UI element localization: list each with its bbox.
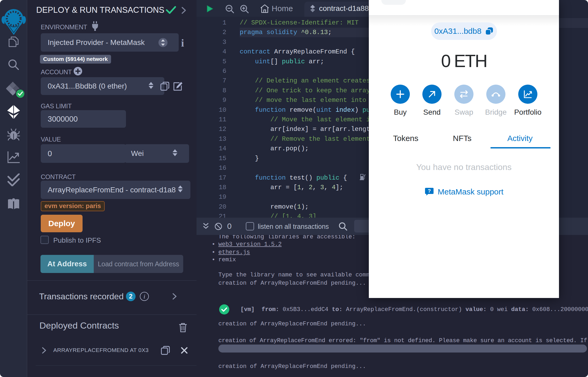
svg-text:?: ? — [428, 188, 431, 194]
